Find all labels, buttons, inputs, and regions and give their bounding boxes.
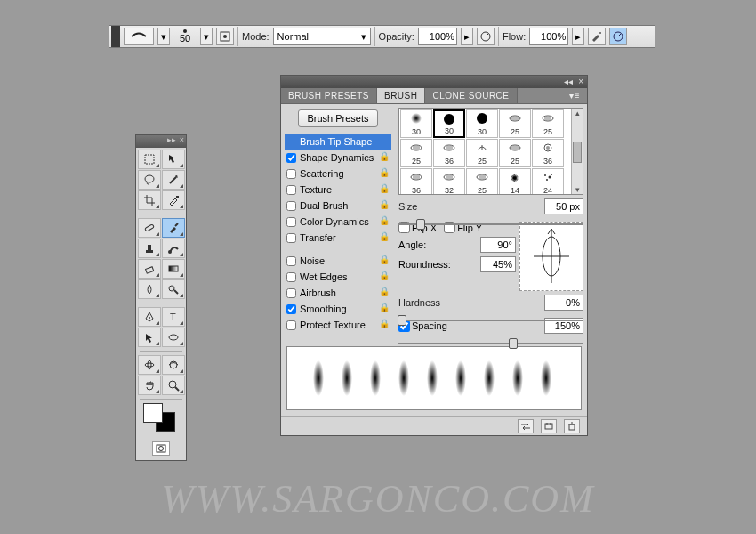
lock-icon[interactable]: 🔒 [379, 271, 390, 280]
roundness-input[interactable]: 45% [480, 256, 516, 272]
size-input[interactable]: 50 px [544, 198, 583, 214]
foreground-color-swatch[interactable] [143, 403, 163, 423]
brush-tip[interactable]: 30 [433, 109, 465, 138]
tab-brush-presets[interactable]: BRUSH PRESETS [281, 88, 377, 103]
brush-preset-dropdown[interactable]: ▾ [157, 28, 170, 45]
marquee-tool[interactable] [138, 150, 161, 169]
brush-tip[interactable]: 25 [499, 139, 531, 167]
brush-preset-picker[interactable] [124, 28, 154, 45]
move-tool[interactable] [162, 150, 185, 169]
pen-tool[interactable] [138, 307, 161, 327]
tips-scrollbar[interactable]: ▴▾ [571, 109, 583, 194]
clone-stamp-tool[interactable] [138, 239, 161, 258]
brush-option-item[interactable]: Color Dynamics🔒 [285, 214, 391, 230]
collapse-icon[interactable]: ◂◂ [564, 76, 573, 88]
brush-tip[interactable]: 25 [532, 109, 564, 138]
tab-brush[interactable]: BRUSH [377, 88, 426, 103]
brush-tool[interactable] [162, 218, 185, 238]
3d-rotate-tool[interactable] [138, 355, 161, 375]
brush-option-item[interactable]: Transfer🔒 [285, 230, 391, 246]
type-tool[interactable]: T [162, 307, 185, 327]
hand-tool[interactable] [138, 376, 161, 395]
opacity-input[interactable]: 100% [418, 28, 457, 45]
lasso-tool[interactable] [138, 170, 161, 190]
opacity-pressure-button[interactable] [477, 28, 495, 45]
lock-icon[interactable]: 🔒 [379, 215, 390, 225]
opacity-dropdown[interactable]: ▸ [461, 28, 473, 45]
option-checkbox[interactable] [286, 233, 296, 243]
option-checkbox[interactable] [286, 185, 296, 195]
brush-orientation-widget[interactable] [519, 222, 583, 291]
brush-option-item[interactable]: Wet Edges🔒 [285, 269, 391, 285]
lock-icon[interactable]: 🔒 [379, 199, 390, 209]
option-checkbox[interactable] [286, 288, 296, 298]
dodge-tool[interactable] [162, 279, 185, 299]
quick-mask-button[interactable] [152, 441, 170, 456]
crop-tool[interactable] [138, 190, 161, 210]
option-checkbox[interactable] [286, 320, 296, 330]
brush-option-item[interactable]: Protect Texture🔒 [285, 317, 391, 333]
toggle-preview-button[interactable] [518, 419, 534, 433]
brush-option-item[interactable]: Airbrush🔒 [285, 285, 391, 301]
option-checkbox[interactable] [286, 153, 296, 163]
brush-option-item[interactable]: Texture🔒 [285, 182, 391, 198]
brush-tip[interactable]: 36 [400, 168, 432, 195]
magic-wand-tool[interactable] [162, 170, 185, 190]
brush-tip[interactable]: 24 [532, 168, 564, 195]
option-checkbox[interactable] [286, 217, 296, 227]
tab-clone-source[interactable]: CLONE SOURCE [425, 88, 517, 103]
lock-icon[interactable]: 🔒 [379, 231, 390, 241]
brush-tip[interactable]: 36 [532, 139, 564, 167]
toggle-brush-panel-button[interactable] [216, 28, 234, 45]
ob-drag-handle[interactable] [111, 26, 120, 47]
eyedropper-tool[interactable] [162, 190, 185, 210]
option-checkbox[interactable] [286, 304, 296, 314]
shape-tool[interactable] [162, 328, 185, 347]
close-icon[interactable]: × [180, 135, 184, 148]
brush-size-preview[interactable]: 50 [173, 29, 197, 44]
brush-option-item[interactable]: Smoothing🔒 [285, 301, 391, 317]
brush-tip[interactable]: 25 [466, 168, 498, 195]
3d-camera-tool[interactable] [162, 355, 185, 375]
brush-tip[interactable]: 30 [400, 109, 432, 138]
brush-option-item[interactable]: Dual Brush🔒 [285, 198, 391, 214]
brush-option-item[interactable]: Brush Tip Shape🔒 [285, 134, 391, 150]
lock-icon[interactable]: 🔒 [379, 303, 390, 312]
blend-mode-select[interactable]: Normal▾ [273, 28, 371, 45]
panel-close-icon[interactable]: × [578, 76, 583, 88]
brush-tip[interactable]: 32 [433, 168, 465, 195]
lock-icon[interactable]: 🔒 [379, 287, 390, 296]
flow-dropdown[interactable]: ▸ [572, 28, 584, 45]
lock-icon[interactable]: 🔒 [379, 319, 390, 328]
gradient-tool[interactable] [162, 259, 185, 279]
path-select-tool[interactable] [138, 328, 161, 347]
size-pressure-button[interactable] [609, 28, 627, 45]
zoom-tool[interactable] [162, 376, 185, 395]
option-checkbox[interactable] [286, 256, 296, 266]
brush-option-item[interactable]: Scattering🔒 [285, 166, 391, 182]
blur-tool[interactable] [138, 279, 161, 299]
hardness-input[interactable]: 0% [544, 295, 583, 311]
angle-input[interactable]: 90° [480, 237, 516, 253]
lock-icon[interactable]: 🔒 [379, 183, 390, 193]
option-checkbox[interactable] [286, 201, 296, 211]
lock-icon[interactable]: 🔒 [379, 255, 390, 264]
collapse-icon[interactable]: ▸▸ [167, 135, 176, 148]
lock-icon[interactable]: 🔒 [379, 151, 390, 161]
healing-brush-tool[interactable] [138, 218, 161, 238]
brush-tip[interactable]: 30 [466, 109, 498, 138]
brush-tip[interactable]: 25 [400, 139, 432, 167]
brush-tip[interactable]: 36 [433, 139, 465, 167]
brush-option-item[interactable]: Shape Dynamics🔒 [285, 150, 391, 166]
brush-tip[interactable]: 25 [466, 139, 498, 167]
history-brush-tool[interactable] [162, 239, 185, 258]
option-checkbox[interactable] [286, 272, 296, 282]
airbrush-button[interactable] [588, 28, 606, 45]
brush-tip[interactable]: 25 [499, 109, 531, 138]
option-checkbox[interactable] [286, 169, 296, 179]
panel-menu-icon[interactable]: ▾≡ [562, 88, 587, 103]
brush-presets-button[interactable]: Brush Presets [298, 109, 378, 127]
brush-size-dropdown[interactable]: ▾ [200, 28, 213, 45]
delete-brush-button[interactable] [564, 419, 580, 433]
lock-icon[interactable]: 🔒 [379, 167, 390, 177]
